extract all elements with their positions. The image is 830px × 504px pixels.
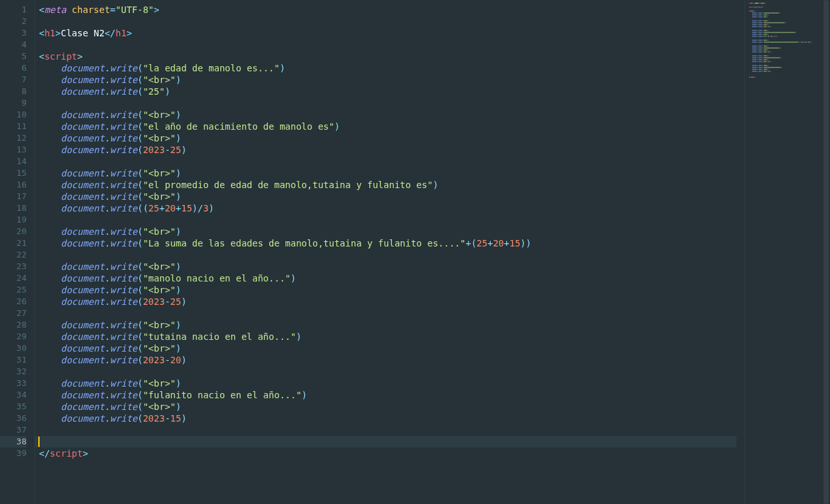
line-number: 32 — [0, 366, 27, 378]
code-line[interactable] — [39, 424, 744, 436]
code-line[interactable]: document.write("25") — [39, 86, 744, 97]
code-line[interactable]: document.write(2023-20) — [39, 354, 744, 366]
line-number: 36 — [0, 413, 27, 424]
minimap-line — [749, 20, 818, 21]
line-number: 35 — [0, 401, 27, 413]
code-line[interactable]: document.write("<br>") — [39, 284, 744, 296]
code-line[interactable] — [39, 39, 744, 51]
minimap-line — [749, 14, 818, 16]
code-line[interactable] — [39, 156, 744, 167]
vertical-scrollbar[interactable] — [822, 0, 830, 504]
minimap-line — [749, 40, 818, 41]
code-line[interactable]: <h1>Clase N2</h1> — [39, 27, 744, 39]
code-line[interactable]: document.write(2023-15) — [39, 413, 744, 424]
code-line[interactable]: document.write(2023-25) — [39, 296, 744, 307]
minimap-line — [749, 43, 818, 45]
line-number: 16 — [0, 179, 27, 191]
minimap-line — [749, 67, 818, 68]
minimap-line — [749, 10, 818, 12]
line-number: 27 — [0, 307, 27, 319]
minimap-line — [749, 3, 818, 4]
minimap-line — [749, 16, 818, 18]
line-number: 15 — [0, 167, 27, 179]
minimap-line — [749, 51, 818, 53]
code-line[interactable] — [39, 214, 744, 226]
code-line[interactable] — [39, 249, 744, 261]
code-line[interactable]: document.write("<br>") — [39, 74, 744, 86]
line-number: 30 — [0, 342, 27, 354]
code-line[interactable]: document.write((25+20+15)/3) — [39, 202, 744, 214]
minimap-line — [749, 32, 818, 33]
line-number: 7 — [0, 74, 27, 86]
minimap-line — [749, 30, 818, 31]
minimap-line — [749, 36, 818, 37]
line-number: 12 — [0, 132, 27, 144]
code-line[interactable] — [39, 307, 744, 319]
minimap-line — [749, 38, 818, 39]
minimap-line — [749, 8, 818, 10]
line-number: 29 — [0, 331, 27, 342]
line-number: 26 — [0, 296, 27, 307]
code-line[interactable]: document.write("<br>") — [39, 342, 744, 354]
minimap-line — [749, 6, 818, 8]
line-number: 13 — [0, 144, 27, 156]
line-number: 3 — [0, 27, 27, 39]
line-number: 23 — [0, 261, 27, 272]
code-line[interactable]: document.write("<br>") — [39, 261, 744, 272]
code-line[interactable]: document.write("<br>") — [39, 132, 744, 144]
code-line[interactable]: document.write("<br>") — [39, 319, 744, 331]
minimap[interactable] — [744, 0, 822, 504]
line-number: 22 — [0, 249, 27, 261]
line-number: 19 — [0, 214, 27, 226]
line-number: 28 — [0, 319, 27, 331]
code-line[interactable]: document.write("el promedio de edad de m… — [39, 179, 744, 191]
line-number: 39 — [0, 448, 27, 459]
code-line[interactable]: document.write("<br>") — [39, 191, 744, 202]
code-line[interactable]: document.write("<br>") — [39, 109, 744, 121]
line-number: 2 — [0, 16, 27, 27]
code-line[interactable]: <script> — [39, 51, 744, 62]
code-line[interactable]: document.write("tutaina nacio en el año.… — [39, 331, 744, 342]
line-number: 1 — [0, 4, 27, 16]
minimap-line — [749, 26, 818, 27]
minimap-line — [749, 12, 818, 14]
code-line[interactable]: <meta charset="UTF-8"> — [39, 4, 744, 16]
code-line[interactable]: </script> — [39, 448, 744, 459]
code-line[interactable]: document.write(2023-25) — [39, 144, 744, 156]
text-cursor — [38, 437, 40, 447]
line-number: 9 — [0, 97, 27, 109]
code-area[interactable]: <meta charset="UTF-8"><h1>Clase N2</h1><… — [35, 0, 744, 504]
code-line[interactable] — [39, 366, 744, 378]
minimap-line — [749, 69, 818, 70]
code-line[interactable]: document.write("<br>") — [39, 226, 744, 237]
minimap-line — [749, 57, 818, 58]
code-line[interactable] — [39, 16, 744, 27]
line-number: 8 — [0, 86, 27, 97]
code-line[interactable]: document.write("la edad de manolo es..."… — [39, 62, 744, 74]
minimap-line — [749, 53, 818, 54]
code-line[interactable]: document.write("fulanito nacio en el año… — [39, 389, 744, 401]
code-line[interactable]: document.write("La suma de las edades de… — [39, 237, 744, 249]
code-line[interactable]: document.write("<br>") — [39, 401, 744, 413]
code-line[interactable]: document.write("<br>") — [39, 167, 744, 179]
line-number: 18 — [0, 202, 27, 214]
minimap-line — [749, 5, 818, 6]
minimap-line — [749, 22, 818, 23]
minimap-line — [749, 18, 818, 19]
scroll-thumb[interactable] — [824, 0, 829, 504]
minimap-line — [749, 59, 818, 60]
code-line[interactable] — [39, 97, 744, 109]
line-number: 33 — [0, 378, 27, 389]
code-line[interactable]: document.write("el año de nacimiento de … — [39, 121, 744, 132]
line-number: 20 — [0, 226, 27, 237]
code-editor[interactable]: 1234567891011121314151617181920212223242… — [0, 0, 830, 504]
minimap-line — [749, 49, 818, 51]
line-number: 17 — [0, 191, 27, 202]
line-number-gutter: 1234567891011121314151617181920212223242… — [0, 0, 35, 504]
code-line[interactable]: document.write("<br>") — [39, 378, 744, 389]
minimap-line — [749, 65, 818, 66]
minimap-line — [749, 75, 818, 76]
code-line[interactable]: document.write("manolo nacio en el año..… — [39, 272, 744, 284]
line-number: 37 — [0, 424, 27, 436]
line-number: 5 — [0, 51, 27, 62]
